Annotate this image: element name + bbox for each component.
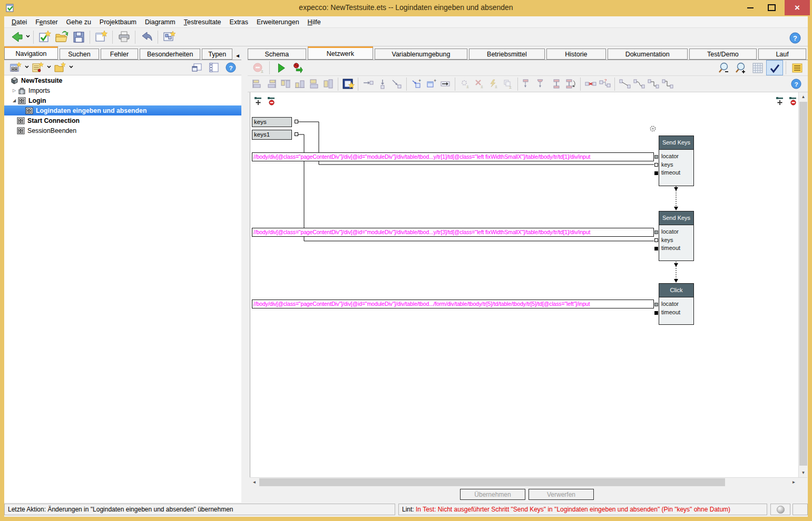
refactor-button[interactable] bbox=[161, 30, 178, 45]
tab-dokumentation[interactable]: Dokumentation bbox=[608, 49, 688, 60]
tab-scroll-left-icon[interactable]: ◄ bbox=[234, 53, 241, 60]
line-step-icon[interactable] bbox=[646, 78, 660, 91]
open-step-editor-icon[interactable] bbox=[341, 78, 355, 91]
gear-steps-icon[interactable]: ± bbox=[458, 78, 472, 91]
locator-pin[interactable] bbox=[654, 303, 658, 306]
align-top-icon[interactable] bbox=[278, 78, 292, 91]
insert-below-icon[interactable] bbox=[375, 78, 389, 91]
vscroll-thumb[interactable] bbox=[799, 102, 807, 466]
diagram-canvas[interactable]: keys keys1 //body/div[@class="pageConten… bbox=[250, 92, 798, 477]
hscroll-thumb[interactable] bbox=[259, 478, 725, 486]
locator-pin[interactable] bbox=[654, 155, 658, 159]
new-test-button[interactable] bbox=[36, 30, 53, 45]
canvas-hscrollbar[interactable]: ◄ ► bbox=[250, 477, 807, 487]
node-connect-alt-icon[interactable] bbox=[535, 78, 549, 91]
open-button[interactable] bbox=[53, 30, 70, 45]
tab-besonderheiten[interactable]: Besonderheiten bbox=[140, 49, 200, 60]
keys-pin[interactable] bbox=[654, 163, 658, 167]
menu-erweiterungen[interactable]: Erweiterungen bbox=[252, 17, 304, 27]
gear-icon[interactable] bbox=[649, 125, 657, 132]
remove-breakpoint-button[interactable]: ± bbox=[250, 60, 267, 75]
node-send-keys-2[interactable]: Send Keys locator keys timeout bbox=[659, 211, 694, 261]
maximize-button[interactable] bbox=[764, 0, 779, 15]
detach-window-button[interactable] bbox=[189, 60, 206, 75]
tab-variablenumgebung[interactable]: Variablenumgebung bbox=[375, 49, 467, 60]
new-window-button[interactable] bbox=[93, 30, 110, 45]
line-direct-icon[interactable] bbox=[618, 78, 632, 91]
dropdown-icon[interactable] bbox=[24, 64, 30, 71]
align-left-icon[interactable] bbox=[250, 78, 264, 91]
node-click[interactable]: Click locator timeout bbox=[659, 283, 694, 325]
tab-lauf[interactable]: Lauf bbox=[758, 49, 806, 60]
canvas-vscrollbar[interactable]: ▲ ▼ bbox=[798, 92, 808, 477]
tree-item-start-connection[interactable]: Start Connection bbox=[4, 115, 241, 126]
dropdown-icon[interactable] bbox=[46, 64, 52, 71]
tab-fehler[interactable]: Fehler bbox=[101, 49, 138, 60]
tab-navigation[interactable]: Navigation bbox=[4, 46, 58, 60]
undo-button[interactable] bbox=[138, 30, 155, 45]
tab-schema[interactable]: Schema bbox=[248, 49, 306, 60]
remove-connection-icon[interactable] bbox=[583, 78, 598, 91]
expander-collapsed-icon[interactable]: ▷ bbox=[11, 88, 18, 93]
tree-item-logindaten[interactable]: Logindaten eingeben und absenden bbox=[4, 105, 241, 115]
tree-item-login[interactable]: ◢ Login bbox=[4, 95, 241, 105]
pin-connector[interactable] bbox=[295, 132, 298, 136]
scroll-right-icon[interactable]: ► bbox=[789, 478, 798, 487]
input-pin-keys1[interactable]: keys1 bbox=[252, 130, 292, 140]
menu-datei[interactable]: Datei bbox=[7, 17, 31, 27]
locator-field-3[interactable]: //body/div[@class="pageContentDiv"]/div[… bbox=[252, 300, 654, 308]
dropdown-icon[interactable] bbox=[69, 64, 74, 71]
line-step2-icon[interactable] bbox=[660, 78, 674, 91]
timeout-pin[interactable] bbox=[654, 247, 658, 250]
exec-steps-icon[interactable]: ± bbox=[486, 78, 501, 91]
vertical-spacing-icon[interactable] bbox=[549, 78, 563, 91]
node-connect-icon[interactable] bbox=[521, 78, 535, 91]
tab-netzwerk[interactable]: Netzwerk bbox=[308, 46, 373, 60]
scroll-down-icon[interactable]: ▼ bbox=[799, 468, 808, 477]
pin-stop-icon[interactable] bbox=[267, 96, 277, 105]
expander-expanded-icon[interactable]: ◢ bbox=[11, 98, 18, 103]
node-send-keys-1[interactable]: Send Keys locator keys timeout bbox=[659, 136, 694, 186]
align-bottom-icon[interactable] bbox=[292, 78, 307, 91]
align-vcenter-icon[interactable] bbox=[321, 78, 335, 91]
menu-gehe-zu[interactable]: Gehe zu bbox=[62, 17, 95, 27]
print-button[interactable] bbox=[115, 30, 132, 45]
grid-toggle-button[interactable] bbox=[749, 60, 766, 75]
add-arrow-icon[interactable] bbox=[438, 78, 452, 91]
tab-historie[interactable]: Historie bbox=[546, 49, 606, 60]
scroll-up-icon[interactable]: ▲ bbox=[799, 92, 808, 101]
locator-field-2[interactable]: //body/div[@class="pageContentDiv"]/div[… bbox=[252, 228, 654, 237]
timeout-pin[interactable] bbox=[654, 171, 658, 175]
vertical-spacing-arrow-icon[interactable] bbox=[563, 78, 578, 91]
tree-item-imports[interactable]: ▷ Imports bbox=[4, 85, 241, 95]
tree-item-sessionbeenden[interactable]: SessionBeenden bbox=[4, 126, 241, 136]
line-curve-icon[interactable] bbox=[632, 78, 646, 91]
scroll-left-icon[interactable]: ◄ bbox=[250, 478, 259, 487]
snap-toggle-button[interactable] bbox=[766, 60, 783, 75]
back-dropdown-icon[interactable] bbox=[25, 33, 31, 41]
locator-field-1[interactable]: //body/div[@class="pageContentDiv"]/div[… bbox=[252, 152, 654, 161]
locator-pin[interactable] bbox=[654, 230, 658, 234]
panel-splitter[interactable] bbox=[241, 46, 248, 503]
tree-item-newtestsuite[interactable]: NewTestsuite bbox=[4, 75, 241, 85]
tab-suchen[interactable]: Suchen bbox=[60, 49, 99, 60]
zoom-out-button[interactable] bbox=[716, 60, 732, 75]
input-pin-keys[interactable]: keys bbox=[252, 117, 292, 127]
tab-betriebsmittel[interactable]: Betriebsmittel bbox=[469, 49, 545, 60]
align-right-icon[interactable] bbox=[264, 78, 278, 91]
pin-move-icon[interactable] bbox=[776, 96, 785, 105]
keys-pin[interactable] bbox=[654, 238, 658, 242]
help-button[interactable]: ? bbox=[787, 30, 804, 45]
menu-extras[interactable]: Extras bbox=[226, 17, 252, 27]
menu-testresultate[interactable]: Testresultate bbox=[180, 17, 226, 27]
delete-steps-icon[interactable]: ± bbox=[472, 78, 486, 91]
tab-typen[interactable]: Typen bbox=[202, 49, 232, 60]
run-button[interactable] bbox=[272, 60, 289, 75]
pin-connector[interactable] bbox=[295, 120, 298, 123]
back-button[interactable] bbox=[8, 30, 25, 45]
align-hcenter-icon[interactable] bbox=[307, 78, 321, 91]
edit-help-button[interactable]: ? bbox=[788, 76, 805, 92]
uebernehmen-button[interactable]: Übernehmen bbox=[460, 489, 525, 500]
split-window-button[interactable] bbox=[206, 60, 222, 75]
save-button[interactable] bbox=[70, 30, 87, 45]
